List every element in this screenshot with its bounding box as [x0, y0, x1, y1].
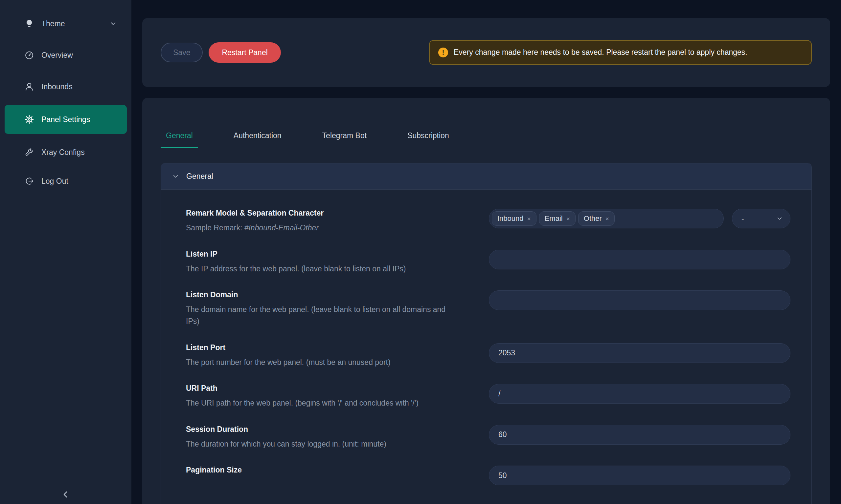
- sidebar-item-overview[interactable]: Overview: [0, 44, 132, 66]
- dashboard-icon: [24, 50, 34, 60]
- remove-tag-icon[interactable]: ×: [566, 216, 570, 222]
- field-description: The port number for the web panel. (must…: [186, 357, 459, 368]
- lightbulb-icon: [24, 19, 34, 29]
- sidebar-item-theme[interactable]: Theme: [0, 13, 132, 34]
- form-row-listen-port: Listen Port The port number for the web …: [186, 343, 790, 368]
- settings-card: General Authentication Telegram Bot Subs…: [142, 98, 830, 504]
- field-description: The duration for which you can stay logg…: [186, 438, 459, 450]
- sidebar-item-panel-settings[interactable]: Panel Settings: [5, 105, 127, 134]
- sidebar-item-xray-configs[interactable]: Xray Configs: [0, 142, 132, 163]
- chevron-down-icon: [172, 173, 179, 180]
- remark-sample: Sample Remark: #Inbound-Email-Other: [186, 222, 459, 234]
- chevron-down-icon[interactable]: [110, 20, 117, 27]
- sidebar-item-label: Inbounds: [41, 83, 73, 91]
- alert-message: Every change made here needs to be saved…: [454, 46, 748, 59]
- form-row-session-duration: Session Duration The duration for which …: [186, 425, 790, 450]
- remove-tag-icon[interactable]: ×: [527, 216, 531, 222]
- app-root: Theme Overview Inbounds: [0, 0, 841, 504]
- sidebar-item-label: Theme: [41, 19, 65, 28]
- general-collapse-header[interactable]: General: [161, 163, 811, 190]
- remark-sample-value: #Inbound-Email-Other: [244, 223, 319, 232]
- action-bar-card: Save Restart Panel ! Every change made h…: [142, 18, 830, 87]
- pagination-size-input[interactable]: [489, 466, 790, 485]
- logout-icon: [24, 176, 34, 186]
- gear-icon: [24, 114, 34, 124]
- tab-general[interactable]: General: [161, 126, 198, 148]
- form-row-remark: Remark Model & Separation Character Samp…: [186, 209, 790, 234]
- listen-port-input[interactable]: [489, 343, 790, 363]
- session-duration-input[interactable]: [489, 425, 790, 445]
- remark-label: Remark Model & Separation Character: [186, 209, 459, 218]
- collapse-title: General: [186, 172, 213, 181]
- remark-model-multiselect[interactable]: Inbound × Email × Other ×: [489, 209, 724, 228]
- field-label: Listen Domain: [186, 290, 459, 299]
- field-label: Session Duration: [186, 425, 459, 434]
- sidebar-item-label: Overview: [41, 51, 73, 60]
- wrench-icon: [24, 147, 34, 157]
- field-description: The URI path for the web panel. (begins …: [186, 397, 459, 409]
- tab-authentication[interactable]: Authentication: [228, 126, 287, 148]
- main-content: Save Restart Panel ! Every change made h…: [132, 0, 841, 504]
- tag-other: Other ×: [578, 211, 615, 226]
- form-row-pagination-size: Pagination Size: [186, 466, 790, 485]
- restart-warning-alert: ! Every change made here needs to be sav…: [429, 40, 812, 65]
- sidebar-item-label: Log Out: [41, 177, 68, 186]
- sidebar-item-logout[interactable]: Log Out: [0, 170, 132, 192]
- field-label: Listen Port: [186, 343, 459, 352]
- sidebar-collapse-chevron-left-icon[interactable]: [61, 489, 71, 499]
- general-collapse-panel: General Remark Model & Separation Charac…: [161, 163, 812, 504]
- remove-tag-icon[interactable]: ×: [605, 216, 609, 222]
- field-label: Pagination Size: [186, 466, 459, 474]
- form-row-uri-path: URI Path The URI path for the web panel.…: [186, 384, 790, 409]
- sidebar-item-label: Panel Settings: [41, 115, 90, 124]
- user-icon: [24, 82, 34, 92]
- sidebar-item-label: Xray Configs: [41, 148, 85, 157]
- tab-subscription[interactable]: Subscription: [402, 126, 454, 148]
- field-description: The domain name for the web panel. (leav…: [186, 304, 459, 327]
- form-row-listen-ip: Listen IP The IP address for the web pan…: [186, 250, 790, 275]
- separator-value: -: [741, 214, 744, 223]
- field-label: URI Path: [186, 384, 459, 393]
- general-form: Remark Model & Separation Character Samp…: [161, 190, 811, 504]
- save-button[interactable]: Save: [161, 43, 203, 62]
- restart-panel-button[interactable]: Restart Panel: [209, 42, 280, 63]
- field-description: The IP address for the web panel. (leave…: [186, 263, 459, 275]
- sidebar: Theme Overview Inbounds: [0, 0, 132, 504]
- separation-character-select[interactable]: -: [732, 209, 790, 228]
- settings-tabs: General Authentication Telegram Bot Subs…: [161, 98, 812, 148]
- listen-ip-input[interactable]: [489, 250, 790, 269]
- tab-telegram-bot[interactable]: Telegram Bot: [317, 126, 372, 148]
- listen-domain-input[interactable]: [489, 290, 790, 310]
- tag-email: Email ×: [539, 211, 576, 226]
- warning-icon: !: [438, 48, 448, 57]
- uri-path-input[interactable]: [489, 384, 790, 403]
- form-row-listen-domain: Listen Domain The domain name for the we…: [186, 290, 790, 327]
- sidebar-item-inbounds[interactable]: Inbounds: [0, 76, 132, 97]
- chevron-down-icon: [776, 215, 783, 222]
- tag-inbound: Inbound ×: [492, 211, 536, 226]
- field-label: Listen IP: [186, 250, 459, 258]
